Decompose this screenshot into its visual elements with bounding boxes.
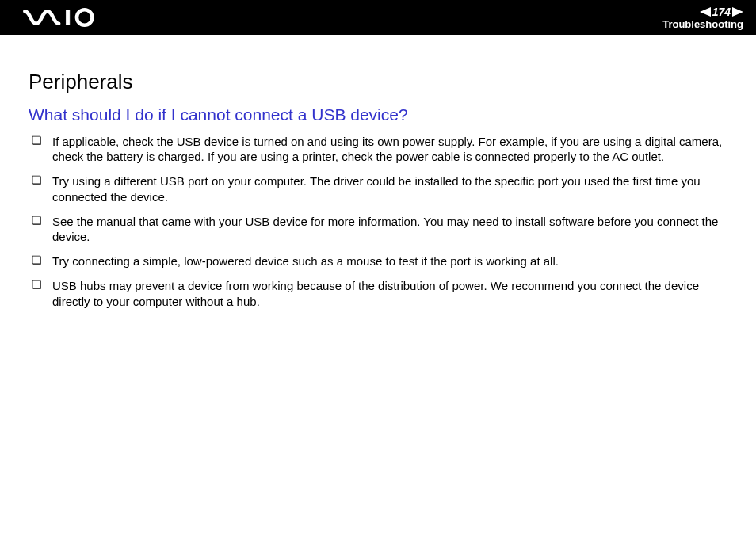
svg-marker-2 (700, 7, 711, 17)
list-item: Try using a different USB port on your c… (32, 174, 727, 204)
question-heading: What should I do if I cannot connect a U… (29, 105, 727, 124)
svg-point-1 (77, 10, 93, 25)
page-title: Peripherals (29, 70, 727, 94)
checklist: If applicable, check the USB device is t… (29, 134, 727, 309)
list-item: See the manual that came with your USB d… (32, 214, 727, 244)
svg-rect-0 (66, 10, 70, 25)
list-item: If applicable, check the USB device is t… (32, 134, 727, 164)
page-number: 174 (712, 6, 731, 17)
svg-marker-3 (732, 7, 743, 17)
next-page-arrow-icon[interactable] (732, 7, 743, 17)
vaio-logo (17, 5, 113, 30)
prev-page-arrow-icon[interactable] (700, 7, 711, 17)
header-bar: 174 Troubleshooting (0, 0, 756, 35)
page-navigator: 174 (700, 6, 743, 17)
list-item: Try connecting a simple, low-powered dev… (32, 254, 727, 269)
section-label: Troubleshooting (662, 19, 743, 29)
page-content: Peripherals What should I do if I cannot… (0, 35, 756, 309)
header-right: 174 Troubleshooting (662, 0, 743, 35)
list-item: USB hubs may prevent a device from worki… (32, 278, 727, 308)
